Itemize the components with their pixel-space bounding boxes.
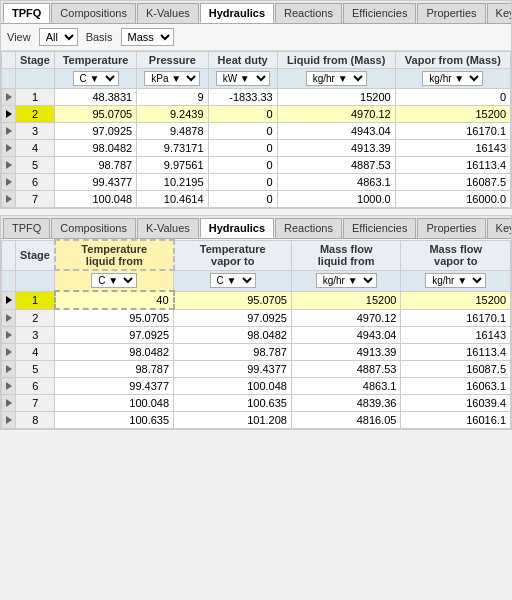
data-cell-b: 4913.39 xyxy=(291,344,401,361)
tab-compositions-bottom[interactable]: Compositions xyxy=(51,218,136,238)
data-cell: 10.2195 xyxy=(137,174,208,191)
top-table-row[interactable]: 598.7879.9756104887.5316113.4 xyxy=(2,157,511,174)
top-table-row[interactable]: 295.07059.243904970.1215200 xyxy=(2,106,511,123)
data-cell: 4970.12 xyxy=(277,106,395,123)
tab-tpfq-top[interactable]: TPFQ xyxy=(3,3,50,23)
temp-vap-col-header: Temperaturevapor to xyxy=(174,240,292,270)
unit-empty2 xyxy=(16,69,55,89)
bottom-table-row[interactable]: 498.048298.7874913.3916113.4 xyxy=(2,344,511,361)
data-cell-b: 16063.1 xyxy=(401,378,511,395)
row-arrow-b xyxy=(2,412,16,429)
data-cell: 4913.39 xyxy=(277,140,395,157)
temp-liq-cell[interactable]: 99.4377 xyxy=(55,378,174,395)
heatduty-unit-select[interactable]: kW ▼ xyxy=(216,71,270,86)
top-table-row[interactable]: 7100.04810.461401000.016000.0 xyxy=(2,191,511,208)
basis-select[interactable]: Mass xyxy=(121,28,174,46)
top-table-row[interactable]: 397.09259.487804943.0416170.1 xyxy=(2,123,511,140)
bottom-header-row: Stage Temperatureliquid from Temperature… xyxy=(2,240,511,270)
data-cell: 16170.1 xyxy=(395,123,510,140)
tab-efficiencies-bottom[interactable]: Efficiencies xyxy=(343,218,416,238)
liquid-unit-select[interactable]: kg/hr ▼ xyxy=(306,71,367,86)
data-cell-b: 16113.4 xyxy=(401,344,511,361)
tab-efficiencies-top[interactable]: Efficiencies xyxy=(343,3,416,23)
data-cell-b: 101.208 xyxy=(174,412,292,429)
temp-unit-select[interactable]: C ▼ xyxy=(73,71,119,86)
pressure-unit-select[interactable]: kPa ▼ xyxy=(144,71,200,86)
row-arrow xyxy=(2,157,16,174)
tab-reactions-top[interactable]: Reactions xyxy=(275,3,342,23)
bottom-table-body: 14095.07051520015200295.070597.09254970.… xyxy=(2,291,511,429)
tab-kvalues-top[interactable]: K-Values xyxy=(137,3,199,23)
bottom-tab-bar: TPFQ Compositions K-Values Hydraulics Re… xyxy=(1,216,511,239)
mass-liq-unit-select[interactable]: kg/hr ▼ xyxy=(316,273,377,288)
data-cell-b: 16039.4 xyxy=(401,395,511,412)
temp-liq-cell[interactable]: 40 xyxy=(55,291,174,309)
temp-liq-cell[interactable]: 98.0482 xyxy=(55,344,174,361)
row-arrow xyxy=(2,174,16,191)
stage-col-header-b: Stage xyxy=(16,240,55,270)
row-arrow xyxy=(2,140,16,157)
temp-liq-cell[interactable]: 100.635 xyxy=(55,412,174,429)
data-cell-b: 16170.1 xyxy=(401,309,511,327)
tab-keycomp-bottom[interactable]: Key Comp xyxy=(487,218,511,238)
vapor-unit-select[interactable]: kg/hr ▼ xyxy=(422,71,483,86)
data-cell: 0 xyxy=(395,89,510,106)
view-select[interactable]: All xyxy=(39,28,78,46)
bottom-table-row[interactable]: 7100.048100.6354839.3616039.4 xyxy=(2,395,511,412)
data-cell-b: 16087.5 xyxy=(401,361,511,378)
temp-liq-cell[interactable]: 95.0705 xyxy=(55,309,174,327)
data-cell: 4863.1 xyxy=(277,174,395,191)
data-cell: 95.0705 xyxy=(54,106,136,123)
bottom-table-row[interactable]: 699.4377100.0484863.116063.1 xyxy=(2,378,511,395)
tab-hydraulics-bottom[interactable]: Hydraulics xyxy=(200,218,274,238)
row-arrow-b xyxy=(2,327,16,344)
temp-liq-unit-select[interactable]: C ▼ xyxy=(91,273,137,288)
row-arrow-b xyxy=(2,395,16,412)
bottom-table-row[interactable]: 295.070597.09254970.1216170.1 xyxy=(2,309,511,327)
data-cell: 15200 xyxy=(395,106,510,123)
bottom-table-row[interactable]: 397.092598.04824943.0416143 xyxy=(2,327,511,344)
tab-keycomp-top[interactable]: Key Components xyxy=(487,3,511,23)
top-table-row[interactable]: 699.437710.219504863.116087.5 xyxy=(2,174,511,191)
basis-label: Basis xyxy=(86,31,113,43)
bottom-table-row[interactable]: 8100.635101.2084816.0516016.1 xyxy=(2,412,511,429)
tab-compositions-top[interactable]: Compositions xyxy=(51,3,136,23)
tab-reactions-bottom[interactable]: Reactions xyxy=(275,218,342,238)
tab-hydraulics-top[interactable]: Hydraulics xyxy=(200,3,274,23)
heatduty-col-header: Heat duty xyxy=(208,52,277,69)
tab-kvalues-bottom[interactable]: K-Values xyxy=(137,218,199,238)
unit-empty1 xyxy=(2,69,16,89)
data-cell: 16000.0 xyxy=(395,191,510,208)
mass-liq-col-header: Mass flowliquid from xyxy=(291,240,401,270)
top-table-row[interactable]: 498.04829.7317104913.3916143 xyxy=(2,140,511,157)
data-cell: 15200 xyxy=(277,89,395,106)
stage-cell-b: 7 xyxy=(16,395,55,412)
bottom-table-container: Stage Temperatureliquid from Temperature… xyxy=(1,239,511,429)
temp-liq-cell[interactable]: 98.787 xyxy=(55,361,174,378)
data-cell: 0 xyxy=(208,191,277,208)
bottom-table-row[interactable]: 14095.07051520015200 xyxy=(2,291,511,309)
stage-cell-b: 4 xyxy=(16,344,55,361)
temp-liq-cell[interactable]: 97.0925 xyxy=(55,327,174,344)
temp-liq-cell[interactable]: 100.048 xyxy=(55,395,174,412)
data-cell-b: 98.0482 xyxy=(174,327,292,344)
unit-mass-liq: kg/hr ▼ xyxy=(291,270,401,291)
bottom-table-row[interactable]: 598.78799.43774887.5316087.5 xyxy=(2,361,511,378)
tab-properties-top[interactable]: Properties xyxy=(417,3,485,23)
top-table-row[interactable]: 148.38319-1833.33152000 xyxy=(2,89,511,106)
stage-cell: 4 xyxy=(16,140,55,157)
pressure-col-header: Pressure xyxy=(137,52,208,69)
tab-tpfq-bottom[interactable]: TPFQ xyxy=(3,218,50,238)
tab-properties-bottom[interactable]: Properties xyxy=(417,218,485,238)
mass-vap-unit-select[interactable]: kg/hr ▼ xyxy=(425,273,486,288)
row-arrow-b xyxy=(2,344,16,361)
temp-vap-unit-select[interactable]: C ▼ xyxy=(210,273,256,288)
data-cell: 9.4878 xyxy=(137,123,208,140)
data-cell: 98.787 xyxy=(54,157,136,174)
data-cell-b: 4970.12 xyxy=(291,309,401,327)
data-cell: 0 xyxy=(208,106,277,123)
top-panel: TPFQ Compositions K-Values Hydraulics Re… xyxy=(0,0,512,209)
unit-heatduty: kW ▼ xyxy=(208,69,277,89)
top-header-row: Stage Temperature Pressure Heat duty Liq… xyxy=(2,52,511,69)
unit-temp-liq: C ▼ xyxy=(55,270,174,291)
